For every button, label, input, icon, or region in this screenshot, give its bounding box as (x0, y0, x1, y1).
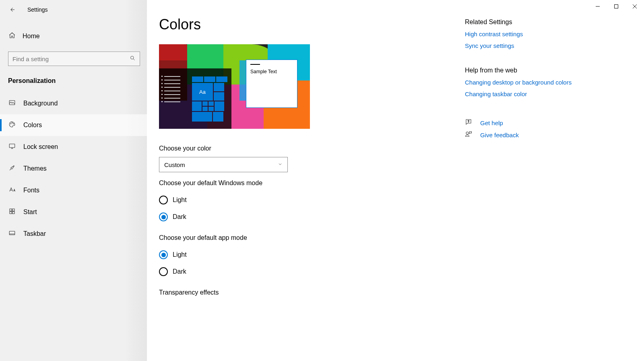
search-box[interactable] (8, 52, 140, 66)
svg-point-8 (12, 123, 12, 124)
themes-icon (8, 164, 16, 173)
main-content: Colors (147, 0, 644, 361)
close-button[interactable] (625, 0, 644, 13)
radio-icon (159, 196, 168, 204)
image-icon (8, 99, 16, 108)
home-label: Home (23, 33, 40, 40)
svg-rect-13 (10, 209, 12, 211)
windows-mode-dark[interactable]: Dark (159, 208, 449, 225)
nav-label: Themes (23, 165, 47, 172)
arrow-left-icon (8, 6, 16, 13)
radio-icon (159, 212, 168, 221)
feedback-icon (465, 130, 473, 139)
windows-mode-label: Choose your default Windows mode (159, 179, 449, 187)
taskbar-icon (8, 229, 16, 238)
windows-mode-group: Light Dark (159, 192, 449, 225)
svg-point-7 (10, 124, 11, 124)
nav-label: Lock screen (23, 143, 58, 151)
app-mode-dark[interactable]: Dark (159, 263, 449, 280)
help-heading: Help from the web (465, 67, 606, 74)
nav-colors[interactable]: Colors (0, 114, 147, 136)
nav-label: Background (23, 100, 58, 107)
svg-rect-17 (9, 231, 15, 235)
link-text: Give feedback (480, 132, 519, 138)
get-help-link[interactable]: ? Get help (465, 118, 606, 127)
nav-list: Background Colors Lock screen Themes (0, 93, 147, 245)
radio-label: Light (173, 251, 187, 258)
home-nav[interactable]: Home (8, 27, 139, 46)
link-help-bg-colors[interactable]: Changing desktop or background colors (465, 79, 606, 86)
radio-icon (159, 250, 168, 259)
svg-rect-16 (12, 212, 14, 214)
svg-rect-15 (10, 212, 12, 214)
palette-icon (8, 121, 16, 130)
related-heading: Related Settings (465, 19, 606, 26)
svg-rect-1 (615, 5, 618, 8)
link-sync-settings[interactable]: Sync your settings (465, 42, 606, 49)
preview-sample-text: Sample Text (250, 69, 293, 74)
nav-label: Start (23, 208, 37, 216)
category-heading: Personalization (8, 77, 147, 85)
link-high-contrast[interactable]: High contrast settings (465, 31, 606, 37)
nav-taskbar[interactable]: Taskbar (0, 223, 147, 245)
radio-icon (159, 267, 168, 276)
svg-text:?: ? (468, 120, 469, 123)
color-preview: Aa Sample Text (159, 44, 310, 129)
window-title: Settings (27, 6, 48, 13)
nav-themes[interactable]: Themes (0, 158, 147, 179)
svg-line-5 (133, 59, 134, 60)
nav-lock-screen[interactable]: Lock screen (0, 136, 147, 158)
nav-label: Fonts (23, 187, 39, 194)
help-chat-icon: ? (465, 118, 473, 127)
app-mode-label: Choose your default app mode (159, 234, 449, 241)
search-input[interactable] (12, 56, 117, 62)
windows-mode-light[interactable]: Light (159, 192, 449, 208)
transparency-label: Transparency effects (159, 289, 449, 296)
choose-color-label: Choose your color (159, 145, 449, 152)
chevron-down-icon (278, 162, 283, 168)
maximize-button[interactable] (607, 0, 625, 13)
fonts-icon (8, 186, 16, 195)
svg-point-20 (466, 132, 469, 134)
svg-point-4 (131, 56, 134, 60)
back-button[interactable] (8, 6, 16, 13)
svg-point-9 (13, 124, 14, 124)
nav-label: Taskbar (23, 230, 46, 237)
choose-color-dropdown[interactable]: Custom (159, 157, 288, 172)
page-title: Colors (159, 16, 449, 33)
give-feedback-link[interactable]: Give feedback (465, 130, 606, 139)
preview-tiles: Aa (192, 76, 230, 125)
svg-rect-10 (9, 144, 15, 148)
link-help-taskbar-color[interactable]: Changing taskbar color (465, 91, 606, 97)
search-icon (130, 55, 136, 62)
radio-label: Dark (173, 268, 186, 275)
radio-label: Light (173, 196, 187, 204)
nav-background[interactable]: Background (0, 93, 147, 114)
nav-label: Colors (23, 122, 42, 129)
preview-window: Sample Text (246, 60, 297, 108)
nav-fonts[interactable]: Fonts (0, 179, 147, 201)
lock-screen-icon (8, 142, 16, 151)
radio-label: Dark (173, 213, 186, 221)
nav-start[interactable]: Start (0, 201, 147, 223)
link-text: Get help (480, 120, 503, 126)
svg-rect-14 (12, 209, 14, 211)
app-mode-light[interactable]: Light (159, 246, 449, 263)
app-mode-group: Light Dark (159, 246, 449, 280)
sidebar: Settings Home Personalization (0, 0, 147, 361)
dropdown-value: Custom (164, 161, 185, 168)
minimize-button[interactable] (588, 0, 607, 13)
start-icon (8, 208, 16, 217)
home-icon (8, 32, 16, 41)
side-panel: Related Settings High contrast settings … (465, 16, 606, 361)
